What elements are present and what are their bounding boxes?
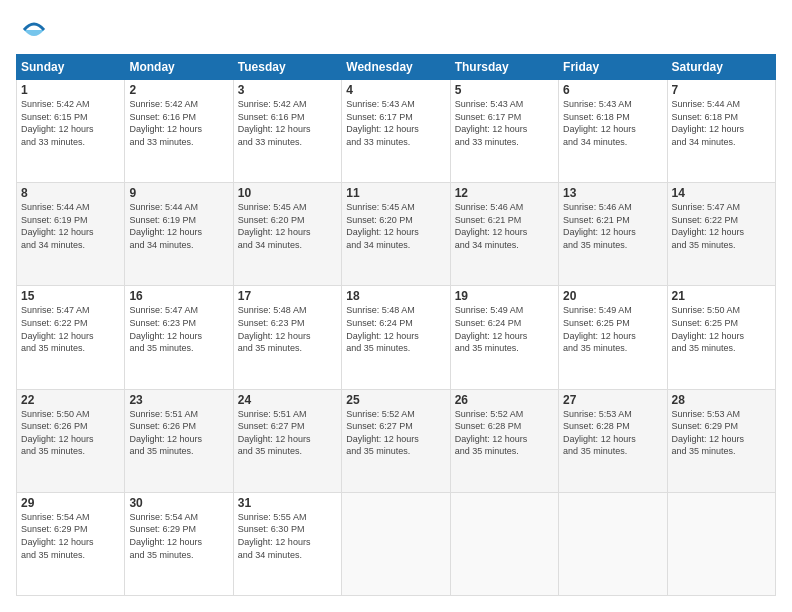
logo: [16, 16, 48, 44]
cell-info: Sunrise: 5:42 AMSunset: 6:16 PMDaylight:…: [129, 98, 228, 148]
calendar-cell: 15Sunrise: 5:47 AMSunset: 6:22 PMDayligh…: [17, 286, 125, 389]
cell-info: Sunrise: 5:46 AMSunset: 6:21 PMDaylight:…: [455, 201, 554, 251]
cell-info: Sunrise: 5:48 AMSunset: 6:23 PMDaylight:…: [238, 304, 337, 354]
calendar-cell: [450, 492, 558, 595]
calendar-cell: 16Sunrise: 5:47 AMSunset: 6:23 PMDayligh…: [125, 286, 233, 389]
calendar-cell: 14Sunrise: 5:47 AMSunset: 6:22 PMDayligh…: [667, 183, 775, 286]
day-number: 4: [346, 83, 445, 97]
day-number: 15: [21, 289, 120, 303]
day-number: 6: [563, 83, 662, 97]
day-number: 10: [238, 186, 337, 200]
calendar-cell: 26Sunrise: 5:52 AMSunset: 6:28 PMDayligh…: [450, 389, 558, 492]
day-number: 21: [672, 289, 771, 303]
cell-info: Sunrise: 5:51 AMSunset: 6:27 PMDaylight:…: [238, 408, 337, 458]
calendar-week-row: 15Sunrise: 5:47 AMSunset: 6:22 PMDayligh…: [17, 286, 776, 389]
calendar-cell: 18Sunrise: 5:48 AMSunset: 6:24 PMDayligh…: [342, 286, 450, 389]
calendar-cell: 27Sunrise: 5:53 AMSunset: 6:28 PMDayligh…: [559, 389, 667, 492]
calendar-cell: [559, 492, 667, 595]
cell-info: Sunrise: 5:53 AMSunset: 6:29 PMDaylight:…: [672, 408, 771, 458]
calendar-cell: [667, 492, 775, 595]
weekday-header: Sunday: [17, 55, 125, 80]
calendar-cell: 8Sunrise: 5:44 AMSunset: 6:19 PMDaylight…: [17, 183, 125, 286]
cell-info: Sunrise: 5:55 AMSunset: 6:30 PMDaylight:…: [238, 511, 337, 561]
weekday-header: Monday: [125, 55, 233, 80]
calendar-cell: 22Sunrise: 5:50 AMSunset: 6:26 PMDayligh…: [17, 389, 125, 492]
day-number: 25: [346, 393, 445, 407]
day-number: 8: [21, 186, 120, 200]
cell-info: Sunrise: 5:49 AMSunset: 6:24 PMDaylight:…: [455, 304, 554, 354]
calendar-cell: 2Sunrise: 5:42 AMSunset: 6:16 PMDaylight…: [125, 80, 233, 183]
day-number: 29: [21, 496, 120, 510]
cell-info: Sunrise: 5:46 AMSunset: 6:21 PMDaylight:…: [563, 201, 662, 251]
cell-info: Sunrise: 5:42 AMSunset: 6:16 PMDaylight:…: [238, 98, 337, 148]
cell-info: Sunrise: 5:43 AMSunset: 6:18 PMDaylight:…: [563, 98, 662, 148]
cell-info: Sunrise: 5:44 AMSunset: 6:18 PMDaylight:…: [672, 98, 771, 148]
calendar-cell: 11Sunrise: 5:45 AMSunset: 6:20 PMDayligh…: [342, 183, 450, 286]
calendar-cell: 29Sunrise: 5:54 AMSunset: 6:29 PMDayligh…: [17, 492, 125, 595]
day-number: 18: [346, 289, 445, 303]
day-number: 26: [455, 393, 554, 407]
day-number: 13: [563, 186, 662, 200]
calendar-cell: 6Sunrise: 5:43 AMSunset: 6:18 PMDaylight…: [559, 80, 667, 183]
cell-info: Sunrise: 5:43 AMSunset: 6:17 PMDaylight:…: [455, 98, 554, 148]
day-number: 7: [672, 83, 771, 97]
day-number: 16: [129, 289, 228, 303]
calendar-cell: 31Sunrise: 5:55 AMSunset: 6:30 PMDayligh…: [233, 492, 341, 595]
calendar-week-row: 29Sunrise: 5:54 AMSunset: 6:29 PMDayligh…: [17, 492, 776, 595]
day-number: 19: [455, 289, 554, 303]
day-number: 3: [238, 83, 337, 97]
day-number: 28: [672, 393, 771, 407]
day-number: 23: [129, 393, 228, 407]
calendar-cell: 7Sunrise: 5:44 AMSunset: 6:18 PMDaylight…: [667, 80, 775, 183]
calendar-body: 1Sunrise: 5:42 AMSunset: 6:15 PMDaylight…: [17, 80, 776, 596]
day-number: 9: [129, 186, 228, 200]
cell-info: Sunrise: 5:50 AMSunset: 6:26 PMDaylight:…: [21, 408, 120, 458]
calendar-cell: 28Sunrise: 5:53 AMSunset: 6:29 PMDayligh…: [667, 389, 775, 492]
calendar-header-row: SundayMondayTuesdayWednesdayThursdayFrid…: [17, 55, 776, 80]
cell-info: Sunrise: 5:50 AMSunset: 6:25 PMDaylight:…: [672, 304, 771, 354]
cell-info: Sunrise: 5:53 AMSunset: 6:28 PMDaylight:…: [563, 408, 662, 458]
day-number: 20: [563, 289, 662, 303]
calendar-cell: 24Sunrise: 5:51 AMSunset: 6:27 PMDayligh…: [233, 389, 341, 492]
cell-info: Sunrise: 5:44 AMSunset: 6:19 PMDaylight:…: [21, 201, 120, 251]
day-number: 17: [238, 289, 337, 303]
calendar-week-row: 8Sunrise: 5:44 AMSunset: 6:19 PMDaylight…: [17, 183, 776, 286]
day-number: 24: [238, 393, 337, 407]
day-number: 5: [455, 83, 554, 97]
calendar-cell: 5Sunrise: 5:43 AMSunset: 6:17 PMDaylight…: [450, 80, 558, 183]
cell-info: Sunrise: 5:54 AMSunset: 6:29 PMDaylight:…: [21, 511, 120, 561]
logo-icon: [20, 16, 48, 44]
calendar-cell: 23Sunrise: 5:51 AMSunset: 6:26 PMDayligh…: [125, 389, 233, 492]
calendar-cell: 19Sunrise: 5:49 AMSunset: 6:24 PMDayligh…: [450, 286, 558, 389]
day-number: 11: [346, 186, 445, 200]
calendar-cell: 10Sunrise: 5:45 AMSunset: 6:20 PMDayligh…: [233, 183, 341, 286]
cell-info: Sunrise: 5:54 AMSunset: 6:29 PMDaylight:…: [129, 511, 228, 561]
calendar-week-row: 1Sunrise: 5:42 AMSunset: 6:15 PMDaylight…: [17, 80, 776, 183]
cell-info: Sunrise: 5:47 AMSunset: 6:23 PMDaylight:…: [129, 304, 228, 354]
cell-info: Sunrise: 5:43 AMSunset: 6:17 PMDaylight:…: [346, 98, 445, 148]
calendar-cell: [342, 492, 450, 595]
cell-info: Sunrise: 5:47 AMSunset: 6:22 PMDaylight:…: [21, 304, 120, 354]
cell-info: Sunrise: 5:49 AMSunset: 6:25 PMDaylight:…: [563, 304, 662, 354]
calendar-cell: 30Sunrise: 5:54 AMSunset: 6:29 PMDayligh…: [125, 492, 233, 595]
cell-info: Sunrise: 5:44 AMSunset: 6:19 PMDaylight:…: [129, 201, 228, 251]
day-number: 1: [21, 83, 120, 97]
cell-info: Sunrise: 5:52 AMSunset: 6:27 PMDaylight:…: [346, 408, 445, 458]
weekday-header: Saturday: [667, 55, 775, 80]
weekday-header: Thursday: [450, 55, 558, 80]
cell-info: Sunrise: 5:42 AMSunset: 6:15 PMDaylight:…: [21, 98, 120, 148]
cell-info: Sunrise: 5:47 AMSunset: 6:22 PMDaylight:…: [672, 201, 771, 251]
calendar-cell: 25Sunrise: 5:52 AMSunset: 6:27 PMDayligh…: [342, 389, 450, 492]
weekday-header: Wednesday: [342, 55, 450, 80]
calendar-cell: 1Sunrise: 5:42 AMSunset: 6:15 PMDaylight…: [17, 80, 125, 183]
calendar-cell: 4Sunrise: 5:43 AMSunset: 6:17 PMDaylight…: [342, 80, 450, 183]
calendar-cell: 12Sunrise: 5:46 AMSunset: 6:21 PMDayligh…: [450, 183, 558, 286]
cell-info: Sunrise: 5:51 AMSunset: 6:26 PMDaylight:…: [129, 408, 228, 458]
calendar-cell: 13Sunrise: 5:46 AMSunset: 6:21 PMDayligh…: [559, 183, 667, 286]
calendar-cell: 20Sunrise: 5:49 AMSunset: 6:25 PMDayligh…: [559, 286, 667, 389]
day-number: 12: [455, 186, 554, 200]
day-number: 2: [129, 83, 228, 97]
day-number: 30: [129, 496, 228, 510]
calendar-cell: 17Sunrise: 5:48 AMSunset: 6:23 PMDayligh…: [233, 286, 341, 389]
day-number: 22: [21, 393, 120, 407]
